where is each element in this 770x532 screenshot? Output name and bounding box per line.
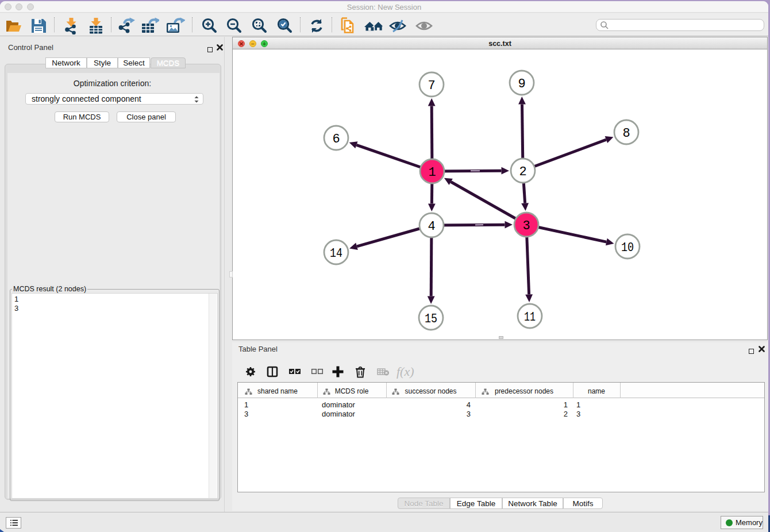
- svg-text:15: 15: [425, 312, 437, 326]
- svg-text:2: 2: [519, 165, 526, 179]
- svg-text:14: 14: [330, 246, 342, 261]
- svg-text:3: 3: [522, 219, 530, 233]
- svg-text:10: 10: [621, 241, 634, 255]
- svg-text:8: 8: [622, 126, 630, 141]
- svg-text:4: 4: [428, 219, 435, 234]
- svg-text:1: 1: [428, 165, 436, 180]
- svg-text:6: 6: [332, 132, 340, 147]
- svg-text:7: 7: [428, 79, 435, 93]
- svg-text:9: 9: [518, 77, 525, 91]
- svg-text:11: 11: [524, 310, 536, 325]
